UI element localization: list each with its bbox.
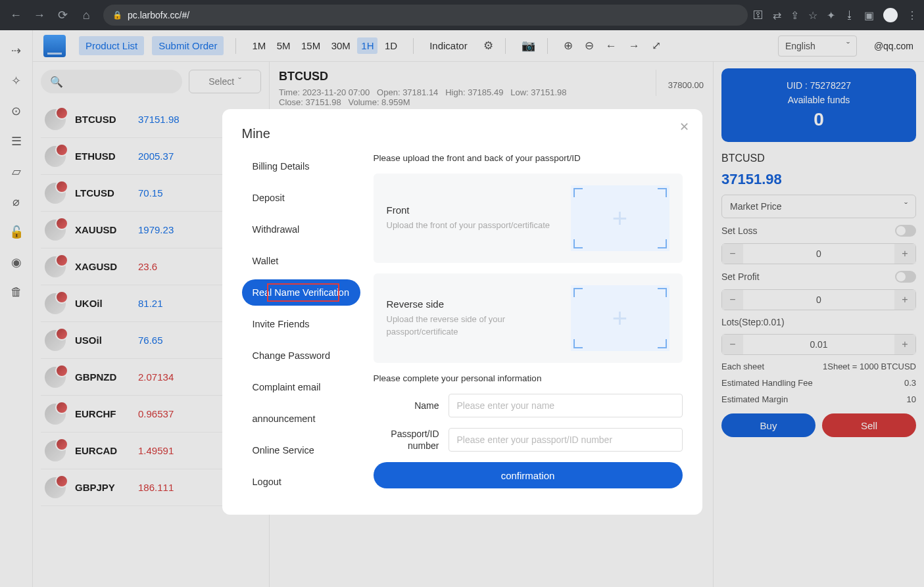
panel-icon[interactable]: ▣ [864,9,874,22]
extensions-icon[interactable]: ✦ [827,9,835,22]
upload-hint: Please upload the front and back of your… [374,153,683,163]
menu-icon[interactable]: ⋮ [907,9,917,22]
upload-front-box[interactable]: + [571,185,669,251]
key-icon[interactable]: ⚿ [753,9,764,21]
lock-icon: 🔒 [112,11,122,20]
share-icon[interactable]: ⇪ [790,9,799,22]
mine-nav-complaint-email[interactable]: Complaint email [242,374,360,400]
upload-front-card: Front Upload the front of your passport/… [374,174,683,263]
modal-overlay: ✕ Mine Billing DetailsDepositWithdrawalW… [0,30,924,587]
mine-nav-deposit[interactable]: Deposit [242,185,360,211]
mine-modal: ✕ Mine Billing DetailsDepositWithdrawalW… [222,109,702,515]
mine-nav-announcement[interactable]: announcement [242,406,360,432]
confirm-button[interactable]: confirmation [374,462,683,488]
url-text: pc.larbofx.cc/#/ [128,10,189,20]
plus-icon: + [612,304,627,333]
upload-back-card: Reverse side Upload the reverse side of … [374,273,683,363]
star-icon[interactable]: ☆ [808,9,817,22]
mine-nav-real-name-verification[interactable]: Real Name Verification [242,279,360,306]
url-bar[interactable]: 🔒 pc.larbofx.cc/#/ [103,5,748,26]
browser-toolbar: ← → ⟳ ⌂ 🔒 pc.larbofx.cc/#/ ⚿ ⇄ ⇪ ☆ ✦ ⭳ ▣… [0,0,924,30]
id-label: Passport/ID number [374,428,439,452]
name-input[interactable] [449,394,683,417]
modal-nav: Billing DetailsDepositWithdrawalWalletRe… [242,153,360,495]
info-hint: Please complete your personal informatio… [374,373,683,383]
translate-icon[interactable]: ⇄ [773,9,781,22]
id-input[interactable] [449,428,683,452]
modal-title: Mine [242,126,683,141]
mine-nav-online-service[interactable]: Online Service [242,437,360,463]
download-icon[interactable]: ⭳ [844,9,855,21]
home-icon[interactable]: ⌂ [77,9,95,22]
reload-icon[interactable]: ⟳ [54,8,72,22]
mine-nav-billing-details[interactable]: Billing Details [242,153,360,179]
mine-nav-invite-friends[interactable]: Invite Friends [242,311,360,337]
mine-nav-logout[interactable]: Logout [242,469,360,495]
back-icon[interactable]: ← [7,9,25,22]
mine-nav-change-password[interactable]: Change Password [242,342,360,369]
upload-back-box[interactable]: + [571,285,669,351]
modal-content: Please upload the front and back of your… [374,153,683,495]
close-icon[interactable]: ✕ [679,120,689,134]
plus-icon: + [612,204,627,233]
mine-nav-withdrawal[interactable]: Withdrawal [242,216,360,243]
profile-avatar[interactable] [883,8,898,22]
mine-nav-wallet[interactable]: Wallet [242,248,360,274]
forward-icon[interactable]: → [30,9,49,22]
name-label: Name [374,400,439,411]
